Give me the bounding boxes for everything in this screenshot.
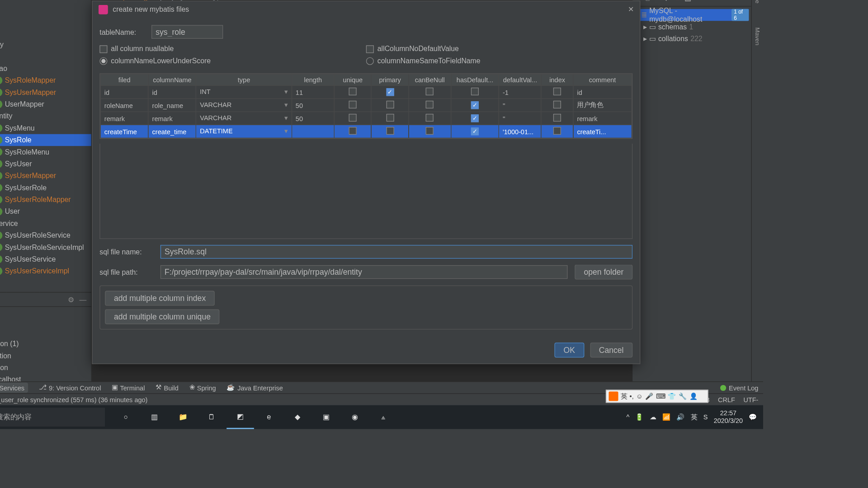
ime-lang[interactable]: 英 <box>621 392 627 401</box>
tree-SysRole[interactable]: SysRole <box>0 134 91 146</box>
col-canBeNull[interactable]: canBeNull <box>409 74 451 85</box>
tray-up-icon[interactable]: ^ <box>626 413 629 421</box>
ime-keyboard-icon[interactable]: ⌨ <box>656 392 665 400</box>
database-tree[interactable]: ▾≣ MySQL - mydb@localhost 1 of 6 ▸▭schem… <box>632 7 751 381</box>
tree-java[interactable]: ▾java <box>0 27 91 38</box>
col-primary[interactable]: primary <box>371 74 408 85</box>
col-length[interactable]: length <box>292 74 334 85</box>
row-roleName[interactable]: roleNamerole_nameVARCHAR▾50''用户角色 <box>100 99 632 112</box>
sql-filename-input[interactable] <box>160 245 632 258</box>
rail-database[interactable]: Database <box>754 0 761 4</box>
file-encoding[interactable]: UTF- <box>743 396 758 403</box>
tray-clock[interactable]: 22:57 2020/3/20 <box>714 409 743 425</box>
ime-skin-icon[interactable]: 👕 <box>668 392 676 400</box>
col-hasDefault...[interactable]: hasDefault... <box>451 74 499 85</box>
lower-underscore-radio[interactable] <box>99 57 107 65</box>
taskbar-search[interactable]: 🔍 在这里输入你要搜索的内容 <box>0 408 105 427</box>
add-unique-button[interactable]: add multiple column unique <box>105 309 220 324</box>
col-columnName[interactable]: columnName <box>148 74 196 85</box>
tree-SysUserMapper[interactable]: SysUserMapper <box>0 170 91 182</box>
dialog-close-icon[interactable]: ✕ <box>628 5 634 14</box>
tray-wifi-icon[interactable]: 📶 <box>662 413 670 421</box>
tab-spring[interactable]: ❀ Spring <box>189 384 216 391</box>
system-tray[interactable]: ^ 🔋 ☁ 📶 🔊 英 S 22:57 2020/3/20 💬 <box>620 409 763 425</box>
db-schemas[interactable]: ▸▭schemas 1 <box>635 21 749 33</box>
row-remark[interactable]: remarkremarkVARCHAR▾50''remark <box>100 112 632 125</box>
db-edit-icon[interactable]: ✎ <box>696 0 702 2</box>
col-type[interactable]: type <box>196 74 292 85</box>
tree-SysUserServiceImpl[interactable]: SysUserServiceImpl <box>0 265 91 277</box>
task-view[interactable]: ▥ <box>141 405 168 429</box>
services-hide-icon[interactable]: — <box>79 295 86 303</box>
tree-vip.rrpay[interactable]: ▾vip.rrpay <box>0 39 91 51</box>
tray-ime-icon[interactable]: 英 <box>691 413 698 422</box>
col-filed[interactable]: filed <box>100 74 148 85</box>
tree-entity[interactable]: ▾entity <box>0 110 91 122</box>
tree-SysRoleMapper[interactable]: SysRoleMapper <box>0 75 91 86</box>
tree-main[interactable]: ▾main <box>0 15 91 27</box>
task-edge[interactable]: e <box>255 405 283 429</box>
ime-tool-icon[interactable]: 🔧 <box>679 392 687 400</box>
column-grid[interactable]: filedcolumnNametypelengthuniqueprimaryca… <box>99 73 632 139</box>
tree-src[interactable]: ▾src <box>0 3 91 15</box>
task-app2[interactable]: ⟁ <box>370 405 397 429</box>
db-sync-icon[interactable]: ⇄ <box>665 0 670 2</box>
col-unique[interactable]: unique <box>334 74 371 85</box>
tab-services[interactable]: ⎔ 8: Services <box>0 383 28 393</box>
ime-user-icon[interactable]: 👤 <box>689 392 698 400</box>
tab-event-log[interactable]: Event Log <box>721 384 759 391</box>
task-cortana[interactable]: ○ <box>112 405 140 429</box>
service-BossApplication[interactable]: ❀BossApplication <box>0 361 89 373</box>
tree-pay-dal[interactable]: ▾pay-dal <box>0 0 91 3</box>
row-createTime[interactable]: createTimecreate_timeDATETIME▾'1000-01..… <box>100 125 632 138</box>
open-folder-button[interactable]: open folder <box>575 265 633 280</box>
rail-maven[interactable]: Maven <box>754 27 761 45</box>
services-settings-icon[interactable]: ⚙ <box>68 295 75 303</box>
ime-punct-icon[interactable]: •, <box>630 393 634 400</box>
same-fieldname-radio[interactable] <box>366 57 374 65</box>
ime-emoji-icon[interactable]: ☺ <box>636 393 643 400</box>
all-nullable-checkbox[interactable] <box>99 45 107 53</box>
tree-User[interactable]: User <box>0 206 91 217</box>
tree-SysUserRoleService[interactable]: SysUserRoleService <box>0 230 91 241</box>
tree-SysUser[interactable]: SysUser <box>0 158 91 170</box>
tree-SysRoleMenu[interactable]: SysRoleMenu <box>0 146 91 158</box>
ok-button[interactable]: OK <box>555 343 584 357</box>
col-index[interactable]: index <box>541 74 573 85</box>
ime-toolbar[interactable]: 英 •, ☺ 🎤 ⌨ 👕 🔧 👤 <box>606 389 708 403</box>
db-more-icon[interactable]: » <box>707 0 711 2</box>
task-sticky[interactable]: 🗒 <box>198 405 226 429</box>
tray-sogou-icon[interactable]: S <box>703 413 708 421</box>
table-name-input[interactable] <box>151 25 223 38</box>
service-Not Started[interactable]: ▾▶Not Started <box>0 326 89 338</box>
cancel-button[interactable]: Cancel <box>590 343 632 357</box>
task-app1[interactable]: ◆ <box>284 405 311 429</box>
tab-java-ee[interactable]: ☕ Java Enterprise <box>226 384 283 391</box>
db-collations[interactable]: ▸▭collations 222 <box>635 33 749 45</box>
tray-volume-icon[interactable]: 🔊 <box>676 413 684 421</box>
task-explorer[interactable]: 📁 <box>170 405 197 429</box>
tree-SysUserRole[interactable]: SysUserRole <box>0 182 91 193</box>
task-intellij[interactable]: ◩ <box>226 405 254 429</box>
task-sublime[interactable]: ▣ <box>312 405 340 429</box>
tree-resources[interactable]: ▾resources <box>0 277 91 289</box>
tree-UserMapper[interactable]: UserMapper <box>0 99 91 110</box>
tree-SysUserService[interactable]: SysUserService <box>0 253 91 265</box>
tree-SysUserRoleServiceImpl[interactable]: SysUserRoleServiceImpl <box>0 241 91 253</box>
service-BossApplication (1)[interactable]: ❀BossApplication (1) <box>0 338 89 350</box>
tree-dal[interactable]: ▾dal <box>0 51 91 62</box>
col-defaultVal...[interactable]: defaultVal... <box>499 74 541 85</box>
tab-vcs[interactable]: ⎇ 9: Version Control <box>39 384 101 391</box>
tray-notifications-icon[interactable]: 💬 <box>749 413 757 421</box>
no-default-checkbox[interactable] <box>366 45 374 53</box>
col-comment[interactable]: comment <box>573 74 632 85</box>
row-id[interactable]: ididINT▾11-1id <box>100 85 632 99</box>
tree-SysMenu[interactable]: SysMenu <box>0 122 91 134</box>
task-chrome[interactable]: ◉ <box>341 405 368 429</box>
db-datasource[interactable]: ▾≣ MySQL - mydb@localhost 1 of 6 <box>635 9 749 21</box>
tab-terminal[interactable]: ▣ Terminal <box>112 384 145 391</box>
tree-service[interactable]: ▾service <box>0 217 91 229</box>
db-refresh-icon[interactable]: ⟳ <box>654 0 660 2</box>
tray-battery-icon[interactable]: 🔋 <box>635 413 643 421</box>
sql-filepath-input[interactable] <box>160 265 568 279</box>
